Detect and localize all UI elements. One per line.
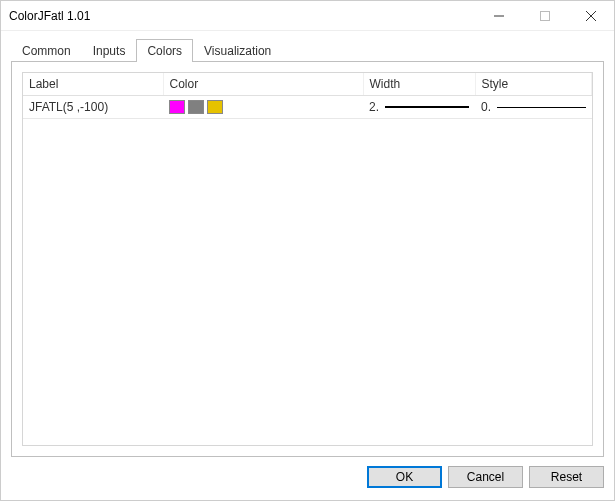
dialog-footer: OK Cancel Reset xyxy=(1,466,614,498)
window-controls xyxy=(476,1,614,30)
header-label[interactable]: Label xyxy=(23,73,163,96)
reset-button[interactable]: Reset xyxy=(529,466,604,488)
tab-colors[interactable]: Colors xyxy=(136,39,193,62)
window-title: ColorJFatl 1.01 xyxy=(9,9,476,23)
color-swatch-1[interactable] xyxy=(169,100,185,114)
minimize-button[interactable] xyxy=(476,1,522,30)
style-preview-line xyxy=(497,107,585,108)
tab-common[interactable]: Common xyxy=(11,39,82,62)
maximize-button xyxy=(522,1,568,30)
close-button[interactable] xyxy=(568,1,614,30)
tab-content: Label Color Width Style JFATL(5 ,-100) xyxy=(11,61,604,457)
width-preview-line xyxy=(385,106,469,108)
ok-button[interactable]: OK xyxy=(367,466,442,488)
titlebar: ColorJFatl 1.01 xyxy=(1,1,614,31)
tab-inputs[interactable]: Inputs xyxy=(82,39,137,62)
tab-visualization[interactable]: Visualization xyxy=(193,39,282,62)
color-swatch-2[interactable] xyxy=(188,100,204,114)
color-swatch-3[interactable] xyxy=(207,100,223,114)
tab-bar: Common Inputs Colors Visualization xyxy=(1,31,614,62)
table-row[interactable]: JFATL(5 ,-100) 2. xyxy=(23,96,592,119)
colors-table-frame: Label Color Width Style JFATL(5 ,-100) xyxy=(22,72,593,446)
row-width[interactable]: 2. xyxy=(363,96,475,119)
colors-table: Label Color Width Style JFATL(5 ,-100) xyxy=(23,73,592,119)
width-value: 2. xyxy=(369,100,379,114)
row-color[interactable] xyxy=(163,96,363,119)
header-width[interactable]: Width xyxy=(363,73,475,96)
svg-rect-1 xyxy=(541,11,550,20)
row-label: JFATL(5 ,-100) xyxy=(23,96,163,119)
row-style[interactable]: 0. xyxy=(475,96,592,119)
cancel-button[interactable]: Cancel xyxy=(448,466,523,488)
header-style[interactable]: Style xyxy=(475,73,592,96)
style-value: 0. xyxy=(481,100,491,114)
header-color[interactable]: Color xyxy=(163,73,363,96)
